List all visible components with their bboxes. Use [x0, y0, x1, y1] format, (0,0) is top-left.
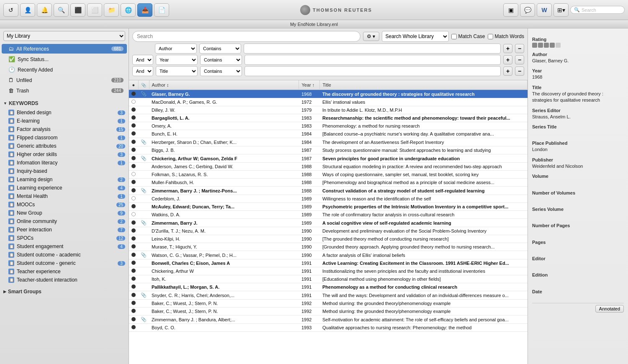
- keyword-item[interactable]: 📋 Blended design 3: [0, 108, 129, 117]
- keyword-item[interactable]: 📋 Infomation literacy 1: [0, 159, 129, 167]
- sidebar-item-all-references[interactable]: 🗂 All References 681: [2, 44, 127, 54]
- col-attach[interactable]: 📎: [138, 80, 149, 90]
- keyword-item[interactable]: 📋 Teacher-student interaction: [0, 276, 129, 284]
- remove-row3-button[interactable]: −: [515, 67, 524, 76]
- sidebar-item-trash[interactable]: 🗑 Trash 244: [2, 86, 127, 95]
- table-row[interactable]: Bunch, E. H. 1984 [Balanced course–a psy…: [129, 130, 528, 138]
- keyword-item[interactable]: 📋 SPOCs 12: [0, 234, 129, 242]
- table-row[interactable]: McAuley, Edward; Duncan, Terry; Ta... 19…: [129, 203, 528, 211]
- keyword-item[interactable]: 📋 New Group 9: [0, 209, 129, 217]
- table-row[interactable]: Bonwell, Charles C; Eison, James A 1991 …: [129, 259, 528, 267]
- field2-select[interactable]: Year: [156, 55, 198, 65]
- table-row[interactable]: 📎 Herzberger, Sharon D.; Chan, Esther; K…: [129, 138, 528, 146]
- match-words-checkbox[interactable]: [488, 34, 493, 39]
- keyword-item[interactable]: 📋 Learning experience 4: [0, 184, 129, 192]
- keyword-item[interactable]: 📋 Mental Health 1: [0, 192, 129, 200]
- right-panel-button[interactable]: ⬜: [87, 3, 102, 17]
- left-panel-button[interactable]: ⬛: [70, 3, 85, 17]
- table-row[interactable]: Folkman, S.; Lazarus, R. S. 1988 Ways of…: [129, 171, 528, 179]
- find-button[interactable]: 🔍: [54, 3, 69, 17]
- cond3-select[interactable]: Contains: [200, 66, 242, 76]
- keyword-item[interactable]: 📋 Peer interaction 7: [0, 226, 129, 234]
- table-row[interactable]: Bargagliotti, L. A. 1983 Researchmanship…: [129, 114, 528, 122]
- sidebar-item-sync-status[interactable]: ✅ Sync Status...: [2, 54, 127, 64]
- layout1-button[interactable]: ▣: [503, 3, 518, 17]
- remove-row1-button[interactable]: −: [515, 44, 524, 53]
- global-search[interactable]: 🔍 Search: [570, 6, 625, 14]
- table-row[interactable]: Dilley, J. W. 1979 In tribute to Addie L…: [129, 106, 528, 114]
- add-row2-button[interactable]: +: [503, 55, 512, 64]
- table-row[interactable]: Anderson, James C.; Gerbing, David W. 19…: [129, 163, 528, 171]
- smart-groups-toggle[interactable]: ▶ Smart Groups: [0, 287, 129, 297]
- field1-select[interactable]: Author: [155, 44, 197, 54]
- add-ref-button[interactable]: 👤: [20, 3, 35, 17]
- keyword-item[interactable]: 📋 Higher order skills 3: [0, 150, 129, 159]
- my-library-select[interactable]: My Library: [3, 31, 125, 41]
- keyword-item[interactable]: 📋 MOOCs 25: [0, 200, 129, 209]
- col-author[interactable]: Author ↕: [149, 80, 299, 90]
- value3-input[interactable]: [245, 66, 501, 76]
- table-row[interactable]: Baker, C.; Wuest, J.; Stern, P. N. 1992 …: [129, 300, 528, 308]
- import-button[interactable]: 📥: [137, 3, 152, 17]
- table-row[interactable]: Watkins, D. A. 1989 The role of confirma…: [129, 211, 528, 219]
- table-row[interactable]: Omery, A. 1983 Phenomenology: a method f…: [129, 122, 528, 130]
- add-row1-button[interactable]: +: [503, 44, 512, 53]
- search-settings-button[interactable]: ⚙ ▾: [363, 32, 379, 41]
- folder-button[interactable]: 📁: [104, 3, 119, 17]
- table-row[interactable]: 📎 Glaser, Barney G. 1968 The discovery o…: [129, 90, 528, 98]
- keyword-item[interactable]: 📋 Student engagement 4: [0, 242, 129, 251]
- col-read[interactable]: ●: [129, 80, 138, 90]
- table-row[interactable]: 📎 Watson, C. G.; Vassar, P.; Plemel, D.;…: [129, 251, 528, 259]
- table-row[interactable]: Pallikkathayil, L.; Morgan, S. A. 1991 P…: [129, 283, 528, 291]
- table-row[interactable]: Chickering, Arthur W 1991 Institutionali…: [129, 267, 528, 275]
- keyword-item[interactable]: 📋 Student outcome - academic: [0, 251, 129, 259]
- cond2-select[interactable]: Contains: [200, 55, 242, 65]
- keyword-item[interactable]: 📋 Inquiry-based: [0, 167, 129, 175]
- table-row[interactable]: 📎 Zimmerman, Barry J. ; Martinez-Pons...…: [129, 187, 528, 195]
- table-row[interactable]: Leino-Kilpi, H. 1990 [The grounded theor…: [129, 235, 528, 243]
- table-row[interactable]: 📎 Chickering, Arthur W; Gamson, Zelda F …: [129, 154, 528, 163]
- sidebar-item-recently-added[interactable]: 🕐 Recently Added: [2, 65, 127, 74]
- table-row[interactable]: Boyd, C. O. 1993 Qualitative approaches …: [129, 324, 528, 332]
- refresh-button[interactable]: ↺: [3, 3, 18, 17]
- table-row[interactable]: 📎 Zimmerman, Barry J. ; Bandura, Albert;…: [129, 315, 528, 324]
- table-row[interactable]: 📎 Zimmerman, Barry J. 1989 A social cogn…: [129, 219, 528, 227]
- table-row[interactable]: Muller-Fahlbusch, H. 1988 [Phenomenology…: [129, 179, 528, 187]
- globe-button[interactable]: 🌐: [121, 3, 136, 17]
- value2-input[interactable]: [245, 55, 501, 65]
- keyword-item[interactable]: 📋 Teacher experience: [0, 267, 129, 276]
- match-case-checkbox[interactable]: [451, 34, 457, 39]
- field3-select[interactable]: Title: [156, 66, 198, 76]
- table-row[interactable]: Biggs, J. B. 1987 Study process question…: [129, 146, 528, 154]
- keyword-item[interactable]: 📋 E-learning 1: [0, 117, 129, 125]
- col-year[interactable]: Year ↑: [299, 80, 320, 90]
- view-toggle-button[interactable]: ⊞▾: [553, 3, 569, 17]
- bell-button[interactable]: 🔔: [37, 3, 52, 17]
- table-row[interactable]: 📎 Snyder, C. R.; Harris, Cheri; Anderson…: [129, 291, 528, 300]
- connector2-select[interactable]: And: [132, 55, 153, 65]
- remove-row2-button[interactable]: −: [515, 55, 524, 64]
- connector3-select[interactable]: And: [132, 66, 153, 76]
- col-title[interactable]: Title: [320, 80, 528, 90]
- search-scope-select[interactable]: Search Whole Library: [382, 31, 449, 42]
- keyword-item[interactable]: 📋 Online community 2: [0, 217, 129, 226]
- keyword-item[interactable]: 📋 Factor analysis 15: [0, 125, 129, 133]
- table-row[interactable]: Itoh, K. 1991 [Educational method using …: [129, 275, 528, 283]
- table-row[interactable]: Baker, C.; Wuest, J.; Stern, P. N. 1992 …: [129, 308, 528, 315]
- table-row[interactable]: Cederblom, J. 1989 Willingness to reason…: [129, 195, 528, 203]
- annotated-tab-button[interactable]: Annotated: [595, 305, 624, 313]
- sidebar-item-unfiled[interactable]: 🗒 Unfiled 210: [2, 75, 127, 85]
- table-row[interactable]: D'Zurilla, T. J.; Nezu, A. M. 1990 Devel…: [129, 227, 528, 235]
- table-row[interactable]: Murase, T.; Higuchi, Y. 1990 [Grounded t…: [129, 243, 528, 251]
- value1-input[interactable]: [244, 44, 501, 54]
- cond1-select[interactable]: Contains: [199, 44, 241, 54]
- table-row[interactable]: MacDonald, A. P.; Games, R. G. 1972 Elli…: [129, 98, 528, 106]
- keyword-item[interactable]: 📋 Flipped classroom 1: [0, 133, 129, 142]
- word-button[interactable]: W: [537, 3, 552, 17]
- chat-button[interactable]: 💬: [520, 3, 535, 17]
- keyword-item[interactable]: 📋 Generic attributes 20: [0, 142, 129, 150]
- keywords-section-toggle[interactable]: ▼ KEYWORDS: [0, 98, 129, 108]
- file-button[interactable]: 📄: [154, 3, 169, 17]
- search-input[interactable]: [132, 31, 360, 42]
- keyword-item[interactable]: 📋 Learning design 2: [0, 175, 129, 184]
